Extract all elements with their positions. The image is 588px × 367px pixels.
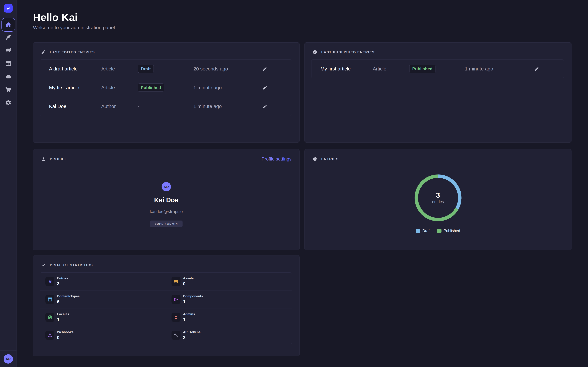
table-row: My first articleArticlePublished1 minute…	[311, 59, 564, 78]
user-avatar[interactable]: KD	[4, 354, 13, 364]
table-row: Kai DoeAuthor-1 minute ago	[40, 97, 292, 116]
layout-icon	[5, 60, 12, 67]
cloud-icon	[5, 73, 12, 80]
entries-donut-chart: 3 entries	[414, 173, 463, 222]
entry-type: Article	[101, 66, 138, 72]
cart-icon	[5, 86, 12, 93]
sidebar-item-settings[interactable]	[3, 99, 13, 106]
stat-tile	[45, 295, 54, 304]
last-published-entries-card: LAST PUBLISHED ENTRIES My first articleA…	[304, 42, 571, 142]
stat-item: Entries3	[40, 273, 166, 290]
stat-label: Entries	[57, 276, 68, 280]
stat-value: 3	[57, 281, 68, 286]
edit-entry-button[interactable]	[262, 67, 267, 71]
webhook-icon	[47, 333, 53, 338]
stat-tile	[172, 331, 181, 340]
avatar-initials: KD	[164, 185, 169, 189]
edit-entry-button[interactable]	[262, 85, 267, 90]
stat-item: Components1	[166, 290, 292, 308]
page-title: Hello Kai	[33, 11, 78, 24]
entry-status: -	[138, 104, 193, 109]
home-icon	[5, 22, 12, 28]
entry-name: My first article	[320, 66, 373, 72]
picture-icon	[173, 279, 179, 284]
stat-label: Webhooks	[57, 330, 73, 334]
donut-center: 3 entries	[414, 173, 463, 222]
globe-icon	[47, 315, 53, 320]
stat-item: Locales1	[40, 308, 166, 326]
profile-name: Kai Doe	[33, 196, 299, 204]
sidebar-item-deploy[interactable]	[3, 73, 13, 80]
entry-status: Published	[409, 65, 465, 73]
edit-entry-button[interactable]	[262, 104, 267, 109]
pencil-icon	[41, 50, 46, 55]
strapi-admin-dashboard: KD Hello Kai Welcome to your administrat…	[0, 0, 588, 367]
card-title: PROFILE	[50, 157, 67, 161]
entry-updated: 1 minute ago	[465, 66, 535, 72]
sidebar-item-media-library[interactable]	[3, 47, 13, 54]
sidebar-item-content-manager[interactable]	[3, 34, 13, 41]
legend-item: Draft	[416, 229, 431, 233]
stat-tile	[172, 295, 181, 304]
table-row: A draft articleArticleDraft20 seconds ag…	[40, 59, 292, 78]
documents-icon	[47, 279, 53, 284]
card-header: ENTRIES	[312, 156, 563, 162]
status-badge: Published	[409, 65, 435, 73]
stat-tile	[45, 277, 54, 286]
status-empty: -	[138, 104, 139, 109]
trend-up-icon	[41, 263, 46, 267]
stat-item: Admins1	[166, 308, 292, 326]
entry-status: Draft	[138, 65, 193, 73]
sidebar: KD	[0, 0, 17, 367]
pencil-icon	[262, 104, 267, 109]
entry-type: Author	[101, 104, 138, 109]
stat-label: Components	[183, 294, 203, 298]
entry-name: A draft article	[49, 66, 101, 72]
statistics-grid: Entries3Assets0Content-Types6Components1…	[40, 272, 292, 344]
stat-tile	[172, 313, 181, 322]
strapi-logo[interactable]	[4, 4, 13, 13]
card-title: ENTRIES	[321, 157, 339, 161]
last-edited-table: A draft articleArticleDraft20 seconds ag…	[40, 59, 292, 116]
sidebar-item-content-type-builder[interactable]	[3, 60, 13, 67]
entries-total-label: entries	[432, 200, 444, 204]
legend-swatch	[437, 229, 441, 233]
gear-icon	[5, 99, 12, 106]
entries-total: 3	[436, 192, 440, 199]
entry-updated: 20 seconds ago	[193, 66, 262, 72]
card-header: LAST EDITED ENTRIES	[41, 50, 292, 55]
chart-legend: DraftPublished	[305, 229, 571, 233]
sidebar-item-home[interactable]	[1, 18, 15, 32]
legend-item: Published	[437, 229, 460, 233]
stat-value: 1	[183, 299, 203, 304]
stat-tile	[172, 277, 181, 286]
sidebar-divider-bottom	[0, 350, 17, 350]
feather-icon	[5, 34, 12, 41]
stat-label: API Tokens	[183, 330, 200, 334]
status-badge: Published	[138, 83, 164, 92]
entry-updated: 1 minute ago	[193, 85, 262, 90]
person-icon	[41, 157, 46, 161]
sidebar-nav	[0, 18, 17, 112]
avatar: KD	[162, 182, 171, 191]
entry-type: Article	[373, 66, 409, 72]
stat-item: API Tokens2	[166, 326, 292, 344]
legend-label: Published	[444, 229, 460, 233]
edit-entry-button[interactable]	[535, 67, 539, 71]
card-title: LAST EDITED ENTRIES	[50, 50, 95, 54]
stat-value: 1	[183, 317, 195, 322]
stat-label: Locales	[57, 312, 69, 316]
sidebar-item-marketplace[interactable]	[3, 86, 13, 93]
entry-type: Article	[101, 85, 138, 90]
card-title: PROJECT STATISTICS	[50, 263, 93, 267]
card-header: LAST PUBLISHED ENTRIES	[312, 50, 563, 55]
legend-swatch	[416, 229, 420, 233]
legend-label: Draft	[422, 229, 431, 233]
profile-settings-link[interactable]: Profile settings	[261, 156, 292, 162]
stat-item: Assets0	[166, 273, 292, 290]
entries-card: ENTRIES 3 entries DraftPublished	[304, 149, 571, 250]
strapi-logo-icon	[5, 5, 11, 11]
stat-value: 0	[57, 335, 73, 340]
admin-user-icon	[173, 315, 179, 320]
media-icon	[5, 47, 12, 54]
